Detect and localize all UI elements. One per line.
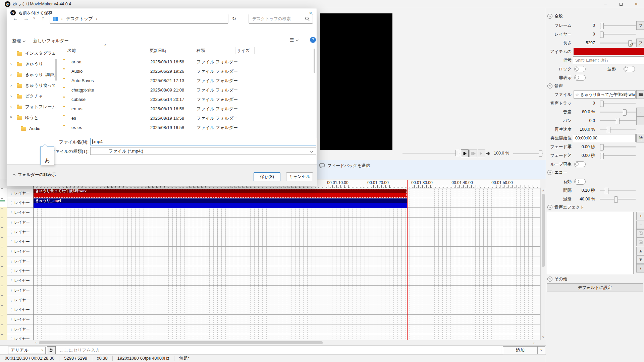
layer-label[interactable]: ⋮レイヤー 02	[7, 208, 33, 218]
effect-save-as-button[interactable]	[636, 229, 644, 238]
collapse-icon[interactable]	[547, 205, 552, 210]
play-to-end-button[interactable]	[478, 149, 485, 157]
echo-interval-value[interactable]: 0.10 秒	[573, 186, 595, 194]
character-voice-button[interactable]	[47, 346, 56, 354]
forward-button[interactable]: →	[22, 14, 31, 23]
timeline-vscrollbar[interactable]: ˄ ˅	[540, 188, 546, 340]
tree-scrollbar-thumb[interactable]	[55, 59, 57, 81]
layer-label[interactable]: ⋮レイヤー 04	[7, 227, 33, 237]
layer-label[interactable]: ⋮レイヤー 08	[7, 266, 33, 276]
audio-file-combo[interactable]: ☆ きゅうり食ってた午後3時.wav ˅	[574, 90, 636, 99]
collapse-icon[interactable]	[547, 14, 552, 19]
help-button[interactable]: ?	[310, 37, 316, 43]
up-button[interactable]: ↑	[39, 14, 47, 23]
timeline-grid[interactable]	[34, 188, 540, 340]
filename-input[interactable]: .mp4	[90, 138, 316, 145]
file-row[interactable]: ar-sa 2025/08/19 16:58 ファイル フォルダー	[57, 57, 313, 67]
address-bar[interactable]: › デスクトップ ›	[50, 14, 228, 24]
timeline-hscrollbar[interactable]: ‹ ›	[7, 341, 540, 345]
effect-remove-button[interactable]: −	[636, 221, 644, 229]
seek-slider-thumb[interactable]	[455, 150, 459, 156]
frame-value[interactable]: 0	[573, 21, 595, 29]
fade-out-value[interactable]: 0.00 秒	[573, 152, 595, 160]
length-side-button[interactable]: フ	[636, 39, 644, 47]
tree-expanded-icon[interactable]: ˅	[8, 115, 14, 120]
column-name[interactable]: 名前	[67, 47, 76, 55]
scroll-left-icon[interactable]: ‹	[34, 341, 38, 345]
tree-item-audio[interactable]: Audio	[8, 123, 55, 134]
effect-add-button[interactable]: +	[636, 212, 644, 220]
file-row[interactable]: en-us 2025/08/19 16:58 ファイル フォルダー	[57, 104, 313, 114]
new-folder-button[interactable]: 新しいフォルダー	[33, 38, 69, 44]
minimize-button[interactable]: –	[598, 0, 613, 8]
file-row[interactable]: Audio 2025/06/29 19:26 ファイル フォルダー	[57, 67, 313, 76]
start-position-side-button[interactable]: 時	[636, 134, 644, 142]
collapse-icon[interactable]	[547, 277, 552, 282]
close-button[interactable]: ×	[629, 0, 644, 8]
layer-label[interactable]: ⋮レイヤー 00	[7, 188, 33, 198]
file-list-scrollbar-thumb[interactable]	[314, 49, 315, 73]
fade-in-value[interactable]: 0.00 秒	[573, 143, 595, 151]
view-options-button[interactable]: ☰	[290, 37, 298, 43]
length-value[interactable]: 5297	[573, 39, 595, 47]
section-others[interactable]: その他	[547, 276, 567, 282]
play-button[interactable]	[461, 149, 469, 157]
layer-label[interactable]: ⋮レイヤー 09	[7, 276, 33, 286]
section-echo[interactable]: エコー	[547, 169, 567, 176]
scroll-right-icon[interactable]: ›	[532, 341, 536, 345]
speed-slider[interactable]	[600, 129, 636, 130]
playhead[interactable]	[407, 180, 408, 340]
scroll-up-icon[interactable]: ˄	[541, 188, 546, 193]
add-dropdown-button[interactable]: ˅	[537, 346, 545, 354]
item-color-swatch[interactable]	[574, 48, 644, 55]
collapse-icon[interactable]	[547, 170, 552, 175]
volume-slider[interactable]	[600, 112, 636, 113]
file-row[interactable]: es-es 2025/08/19 16:58 ファイル フォルダー	[57, 123, 313, 132]
frame-side-button[interactable]: フ	[636, 21, 644, 30]
layer-label[interactable]: ⋮レイヤー 10	[7, 286, 33, 295]
hscroll-thumb[interactable]	[39, 341, 323, 344]
preview-volume-value[interactable]: 100.0 %	[494, 151, 509, 156]
collapse-icon[interactable]	[547, 83, 552, 88]
audio-track-slider[interactable]	[600, 103, 636, 104]
echo-enabled-toggle[interactable]	[574, 179, 586, 185]
lock-toggle[interactable]	[574, 66, 586, 72]
section-general[interactable]: 全般	[547, 13, 563, 19]
speed-value[interactable]: 100.0 %	[573, 125, 595, 133]
layer-label[interactable]: ⋮レイヤー 05	[7, 237, 33, 247]
loop-toggle[interactable]	[574, 161, 586, 167]
pause-play-button[interactable]	[469, 149, 477, 157]
tree-item-pictures[interactable]: › ピクチャ	[8, 91, 55, 102]
vscroll-thumb[interactable]	[542, 194, 545, 267]
volume-value[interactable]: 80.0 %	[573, 108, 595, 116]
column-size[interactable]: サイズ	[237, 47, 250, 55]
filetype-dropdown[interactable]: ファイル (*.mp4;)	[90, 147, 316, 155]
effect-move-down-button[interactable]: ▼	[636, 255, 644, 264]
dialogue-input[interactable]: ここにセリフを入力	[56, 346, 501, 354]
section-audio[interactable]: 音声	[547, 82, 563, 89]
tree-collapsed-icon[interactable]: ›	[8, 62, 14, 66]
column-date[interactable]: 更新日時	[150, 47, 166, 55]
tree-collapsed-icon[interactable]: ›	[8, 83, 14, 88]
tree-collapsed-icon[interactable]: ›	[8, 72, 14, 77]
clip-audio[interactable]: きゅうり食ってた午後3時.wav	[34, 189, 407, 198]
favorite-star-icon[interactable]: ☆	[574, 92, 580, 97]
effect-save-button[interactable]	[636, 238, 644, 246]
tree-item-kyuri[interactable]: › きゅうり	[8, 59, 55, 69]
save-button[interactable]: 保存(S)	[254, 172, 280, 181]
remarks-input[interactable]: Shift+Enterで改行	[573, 56, 644, 64]
back-button[interactable]: ←	[11, 14, 20, 23]
tree-item-photoframe[interactable]: › フォトフレーム	[8, 102, 55, 112]
tree-item-kyuri-kutteta[interactable]: › きゅうり食ってた午	[8, 80, 55, 91]
preview-volume-thumb[interactable]	[539, 150, 542, 157]
set-default-button[interactable]: デフォルトに設定	[547, 283, 643, 292]
tree-item-instagram[interactable]: インスタグラム	[8, 48, 55, 59]
scroll-down-icon[interactable]: ˅	[541, 335, 546, 340]
audio-track-value[interactable]: 0	[573, 99, 595, 107]
hide-folders-button[interactable]: フォルダーの非表示	[13, 172, 56, 178]
recent-locations-button[interactable]: ˅	[31, 14, 37, 23]
layer-label[interactable]: ⋮レイヤー 06	[7, 247, 33, 256]
fade-out-slider[interactable]	[600, 155, 636, 156]
layer-value[interactable]: 0	[573, 30, 595, 38]
hidden-toggle[interactable]	[574, 75, 586, 81]
